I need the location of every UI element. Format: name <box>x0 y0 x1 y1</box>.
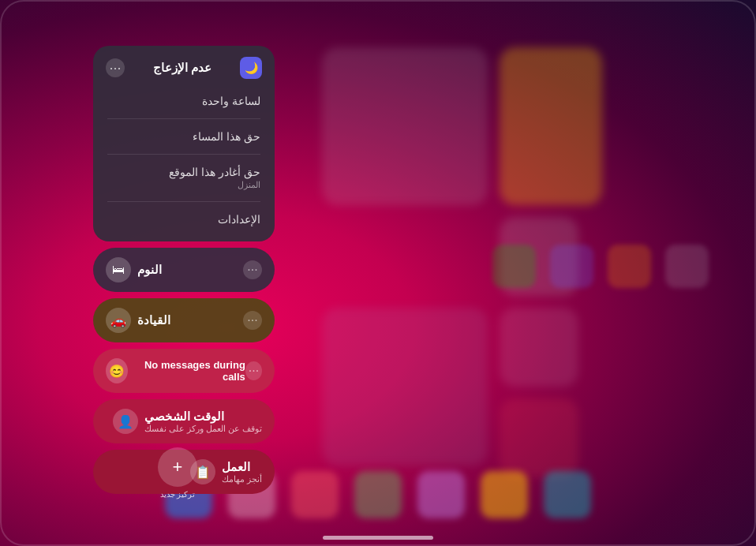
driving-car-icon: 🚗 <box>106 308 131 333</box>
widget-small-2 <box>500 308 578 387</box>
dnd-menu-item-tonight[interactable]: حق هذا المساء <box>99 122 268 151</box>
personal-text: الوقت الشخصي توقف عن العمل وركز على نفسك <box>144 410 262 434</box>
add-focus-label: تركيز جديد <box>160 490 196 499</box>
driving-btn-content: القيادة 🚗 <box>106 308 170 333</box>
focus-panel: 🌙 عدم الإزعاج ··· لساعة واحدة حق هذا الم… <box>93 46 275 494</box>
dnd-divider-2 <box>107 154 260 155</box>
home-indicator <box>323 536 433 540</box>
app-icon-2 <box>550 245 593 288</box>
no-messages-title: No messages during calls <box>134 359 245 383</box>
widget-large-1 <box>322 47 488 205</box>
app-icon-4 <box>665 245 709 288</box>
personal-person-icon: 👤 <box>113 409 138 434</box>
personal-btn-content: الوقت الشخصي توقف عن العمل وركز على نفسك… <box>113 409 262 434</box>
personal-subtitle: توقف عن العمل وركز على نفسك <box>144 424 262 434</box>
widget-medium-1 <box>500 47 602 205</box>
app-icon-1 <box>492 245 536 288</box>
personal-title: الوقت الشخصي <box>144 410 224 424</box>
work-btn-content: العمل أنجز مهامك 📋 <box>190 459 262 484</box>
add-focus-button[interactable]: + تركيز جديد <box>158 447 197 499</box>
work-text: العمل أنجز مهامك <box>222 460 262 484</box>
work-title: العمل <box>222 460 250 474</box>
driving-focus-button[interactable]: ··· القيادة 🚗 <box>93 298 275 342</box>
dnd-header: 🌙 عدم الإزعاج ··· <box>93 46 275 87</box>
nomsg-more-icon[interactable]: ··· <box>245 361 262 380</box>
work-subtitle: أنجز مهامك <box>222 474 262 484</box>
dock-icon-5 <box>417 471 465 518</box>
sleep-btn-title: النوم <box>137 263 162 277</box>
dnd-menu-items: لساعة واحدة حق هذا المساء حق أغادر هذا ا… <box>93 87 275 241</box>
dnd-moon-icon: 🌙 <box>240 57 262 79</box>
sleep-bed-icon: 🛏 <box>106 257 131 282</box>
driving-btn-title: القيادة <box>137 313 170 327</box>
dock-icon-3 <box>291 471 339 518</box>
dnd-title: عدم الإزعاج <box>153 61 211 75</box>
dnd-menu-item-1hour[interactable]: لساعة واحدة <box>99 87 268 115</box>
dnd-card: 🌙 عدم الإزعاج ··· لساعة واحدة حق هذا الم… <box>93 46 275 241</box>
app-icon-3 <box>608 245 651 288</box>
nomsg-text-content: No messages during calls <box>134 359 245 383</box>
add-focus-circle-icon: + <box>158 447 197 487</box>
widget-tall-1 <box>322 308 488 466</box>
dock-icon-6 <box>481 471 528 518</box>
sleep-focus-button[interactable]: ··· النوم 🛏 <box>93 248 275 292</box>
dock-icon-7 <box>544 471 591 518</box>
sleep-more-icon[interactable]: ··· <box>243 260 262 279</box>
dnd-menu-item-settings[interactable]: الإعدادات <box>99 205 268 234</box>
dnd-leave-location-sub: المنزل <box>107 180 260 190</box>
no-messages-focus-button[interactable]: ··· No messages during calls 😊 <box>93 349 275 393</box>
mid-icons-area <box>492 245 709 288</box>
dnd-divider-3 <box>107 201 260 202</box>
dnd-menu-item-leave-location[interactable]: حق أغادر هذا الموقع المنزل <box>99 158 268 198</box>
dnd-leave-location-label: حق أغادر هذا الموقع <box>107 166 260 178</box>
personal-focus-button[interactable]: الوقت الشخصي توقف عن العمل وركز على نفسك… <box>93 399 275 443</box>
nomsg-smile-icon: 😊 <box>106 358 128 383</box>
driving-more-icon[interactable]: ··· <box>243 311 262 330</box>
widget-area <box>322 47 717 402</box>
nomsg-btn-content: No messages during calls 😊 <box>106 358 245 383</box>
add-plus-icon: + <box>173 457 183 477</box>
dock-icon-4 <box>354 471 402 518</box>
sleep-btn-content: النوم 🛏 <box>106 257 162 282</box>
dnd-divider-1 <box>107 118 260 119</box>
dnd-more-button[interactable]: ··· <box>106 58 125 77</box>
